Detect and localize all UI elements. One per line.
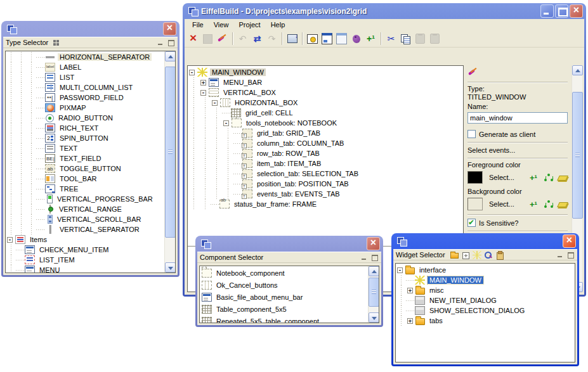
list-item[interactable]: Ok_Cancel_buttons [200, 279, 368, 291]
scroll-up-icon[interactable] [369, 266, 379, 276]
tree-item[interactable]: LABEL [6, 62, 164, 72]
swap-arrows-button[interactable] [250, 32, 265, 46]
search-icon[interactable] [484, 251, 493, 259]
scrollbar-thumb[interactable] [369, 278, 379, 307]
menu-view[interactable]: View [209, 20, 234, 29]
window-preview-alt-button[interactable] [334, 32, 349, 46]
eraser-icon[interactable] [558, 200, 568, 209]
add-one-icon[interactable] [530, 173, 540, 183]
list-item[interactable]: Basic_file_about_menu_bar [200, 291, 368, 303]
tree-item[interactable]: TOOL_BAR [6, 174, 164, 184]
type-list-scrollbar[interactable] [164, 51, 175, 273]
tree-item[interactable]: TEXT_FIELD [6, 153, 164, 164]
clipboard-icon[interactable] [495, 251, 504, 259]
minimize-button[interactable] [540, 4, 554, 18]
dock-restore-button[interactable] [370, 253, 379, 261]
scroll-down-icon[interactable] [369, 312, 379, 323]
dock-minimize-button[interactable] [156, 39, 165, 46]
generate-code-button[interactable] [285, 32, 299, 46]
expand-all-icon[interactable] [461, 251, 470, 259]
tree-item[interactable]: RADIO_BUTTON [6, 113, 164, 123]
name-input[interactable] [467, 112, 568, 124]
tree-item[interactable]: column_tab: COLUMN_TAB [188, 138, 463, 148]
tree-item[interactable]: VERTICAL_SEPARATOR [6, 224, 164, 234]
component-list-scrollbar[interactable] [368, 266, 379, 323]
close-button[interactable] [367, 237, 380, 250]
widget-selector-title-bar[interactable] [393, 233, 577, 249]
edit-widget-button[interactable] [215, 32, 230, 46]
tree-item[interactable]: VERTICAL_PROGRESS_BAR [6, 194, 164, 204]
scrollbar-thumb[interactable] [572, 92, 583, 219]
scrollbar-thumb[interactable] [165, 67, 176, 238]
copy-button[interactable] [398, 32, 413, 46]
folder-icon[interactable] [450, 253, 459, 259]
tree-item[interactable]: CHECK_MENU_ITEM [6, 245, 164, 255]
tree-item[interactable]: LIST_ITEM [6, 255, 164, 265]
is-sensitive-checkbox-row[interactable]: Is Sensitive? [467, 219, 568, 227]
tree-item[interactable]: SPIN_BUTTON [6, 133, 164, 143]
tree-item[interactable]: item_tab: ITEM_TAB [188, 158, 463, 169]
tree-item[interactable]: position_tab: POSITION_TAB [188, 179, 463, 189]
tree-item[interactable]: RICH_TEXT [6, 123, 164, 133]
window-settings-button[interactable] [305, 32, 320, 46]
scroll-down-icon[interactable] [165, 262, 176, 273]
tree-item[interactable]: VERTICAL_SCROLL_BAR [6, 214, 164, 224]
tree-item[interactable]: MAIN_WINDOW [396, 275, 575, 285]
tree-item[interactable]: HORIZONTAL_SEPARATOR [6, 52, 164, 62]
expand-icon[interactable]: + [407, 318, 413, 324]
tree-item[interactable]: +tabs [396, 316, 575, 326]
widget-selector-dock-bar[interactable]: Widget Selector [393, 249, 577, 260]
collapse-icon[interactable]: - [7, 237, 13, 243]
scroll-up-icon[interactable] [572, 65, 583, 75]
menu-file[interactable]: File [187, 20, 209, 29]
tree-item[interactable]: TREE [6, 184, 164, 194]
tree-item[interactable]: -Items [6, 234, 164, 245]
undo-button[interactable] [235, 32, 250, 46]
menu-help[interactable]: Help [266, 20, 291, 29]
eraser-icon[interactable] [558, 173, 568, 183]
is-sensitive-checkbox[interactable] [467, 219, 476, 227]
generate-as-client-checkbox-row[interactable]: Generate as client [467, 130, 568, 138]
type-selector-dock-bar[interactable]: Type Selector [3, 37, 178, 48]
component-selector-title-bar[interactable] [197, 236, 381, 252]
tree-item[interactable]: +misc [396, 285, 575, 295]
add-one-button[interactable] [363, 32, 378, 46]
tree-item[interactable]: TOGGLE_BUTTON [6, 164, 164, 174]
close-button[interactable] [563, 234, 576, 248]
tree-item[interactable]: PASSWORD_FIELD [6, 93, 164, 103]
tree-item[interactable]: MENU [6, 265, 164, 273]
list-item[interactable]: Notebook_component [200, 267, 368, 279]
tree-item[interactable]: VERTICAL_RANGE [6, 204, 164, 214]
tree-item[interactable]: TEXT [6, 143, 164, 153]
tree-item[interactable]: grid_tab: GRID_TAB [188, 128, 463, 138]
close-button[interactable] [163, 22, 176, 35]
window-preview-button[interactable] [320, 32, 334, 46]
dock-minimize-button[interactable] [360, 253, 369, 261]
collapse-icon[interactable]: - [397, 267, 403, 273]
collapse-icon[interactable]: - [212, 100, 218, 106]
tree-item[interactable]: -MAIN_WINDOW [188, 67, 463, 77]
tree-item[interactable]: SHOW_SELECTION_DIALOG [396, 305, 575, 316]
list-item[interactable]: Repeated_5x5_table_component [200, 315, 368, 323]
pick-color-icon[interactable] [544, 200, 554, 209]
dock-restore-button[interactable] [166, 39, 175, 46]
tree-item[interactable]: row_tab: ROW_TAB [188, 148, 463, 158]
placeholder-square-button[interactable] [200, 32, 215, 46]
dock-minimize-button[interactable] [556, 251, 565, 259]
collapse-icon[interactable]: - [200, 90, 206, 96]
tree-item[interactable]: status_bar_frame: FRAME [188, 199, 463, 209]
expand-icon[interactable]: + [200, 80, 206, 86]
tree-item[interactable]: -tools_notebook: NOTEBOOK [188, 118, 463, 128]
cut-button[interactable] [384, 32, 398, 46]
dock-restore-button[interactable] [566, 251, 575, 259]
expand-icon[interactable]: + [407, 288, 413, 293]
tree-item[interactable]: +MENU_BAR [188, 77, 463, 87]
foreground-select-button[interactable]: Select... [489, 174, 522, 181]
tree-item[interactable]: -interface [396, 265, 575, 275]
starburst-icon[interactable] [473, 251, 481, 259]
tree-item[interactable]: grid_cell: CELL [188, 108, 463, 118]
generate-as-client-checkbox[interactable] [467, 130, 476, 138]
maximize-button[interactable] [555, 4, 568, 18]
tree-item[interactable]: -HORIZONTAL_BOX [188, 98, 463, 108]
main-title-bar[interactable]: EiffelBuild - D:\projects\examples\visio… [185, 3, 584, 19]
